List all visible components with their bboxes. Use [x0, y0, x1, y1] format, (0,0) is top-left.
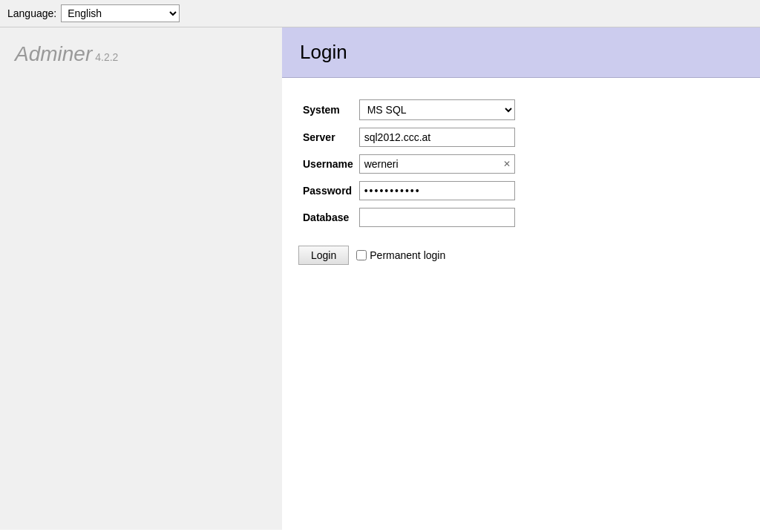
password-input-cell [358, 177, 521, 204]
content-header: Login [282, 27, 760, 78]
permanent-login-checkbox[interactable] [356, 250, 367, 260]
system-label: System [297, 96, 358, 124]
server-label: Server [297, 124, 358, 151]
main-layout: Adminer4.2.2 Login System MS SQL MySQL P… [0, 27, 760, 530]
permanent-login-text: Permanent login [370, 249, 445, 261]
username-label: Username [297, 151, 358, 177]
password-label: Password [297, 177, 358, 204]
password-row: Password [297, 177, 521, 204]
system-input-cell: MS SQL MySQL PostgreSQL SQLite Oracle [358, 96, 521, 124]
password-input[interactable] [359, 181, 515, 200]
sidebar: Adminer4.2.2 [0, 27, 282, 530]
language-label: Language: [7, 7, 56, 19]
username-input-cell: ✕ [358, 151, 521, 177]
database-input[interactable] [359, 208, 515, 227]
app-title: Adminer4.2.2 [15, 42, 267, 66]
content-area: Login System MS SQL MySQL PostgreSQL SQL… [282, 27, 760, 530]
page-title: Login [300, 41, 742, 64]
permanent-login-label[interactable]: Permanent login [356, 249, 445, 261]
server-input-cell [358, 124, 521, 151]
database-row: Database [297, 204, 521, 231]
top-bar: Language: English Czech German French Sp… [0, 0, 760, 27]
server-input[interactable] [359, 128, 515, 147]
server-row: Server [297, 124, 521, 151]
login-button[interactable]: Login [298, 246, 349, 265]
username-input[interactable] [359, 154, 515, 174]
language-select[interactable]: English Czech German French Spanish [61, 4, 180, 22]
app-name: Adminer [15, 42, 92, 65]
login-actions: Login Permanent login [298, 246, 745, 265]
login-form: System MS SQL MySQL PostgreSQL SQLite Or… [297, 96, 521, 231]
clear-username-button[interactable]: ✕ [502, 160, 512, 168]
system-select[interactable]: MS SQL MySQL PostgreSQL SQLite Oracle [359, 99, 515, 120]
username-wrapper: ✕ [359, 154, 515, 174]
database-label: Database [297, 204, 358, 231]
system-row: System MS SQL MySQL PostgreSQL SQLite Or… [297, 96, 521, 124]
login-body: System MS SQL MySQL PostgreSQL SQLite Or… [282, 78, 760, 283]
database-input-cell [358, 204, 521, 231]
username-row: Username ✕ [297, 151, 521, 177]
app-version: 4.2.2 [95, 51, 118, 63]
